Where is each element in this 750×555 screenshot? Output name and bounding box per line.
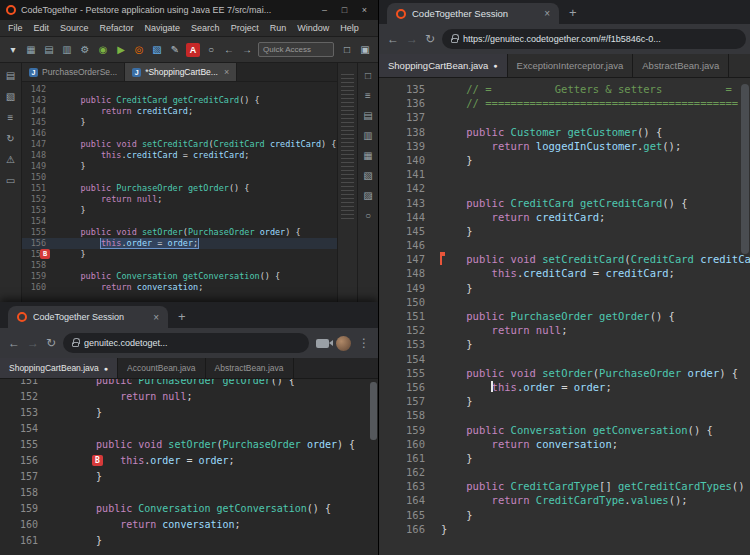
build-icon[interactable]: ⚙ [78,43,92,57]
code-line[interactable]: 147 public void setCreditCard(CreditCard… [22,139,337,150]
print-icon[interactable]: ▥ [60,43,74,57]
code-line[interactable]: 143 public CreditCard getCreditCard() { [22,95,337,106]
search-icon[interactable]: ○ [204,43,218,57]
profile-avatar[interactable] [336,336,351,351]
code-line[interactable]: 152 return null; [22,194,337,205]
editor-tab[interactable]: JPurchaseOrderSe... [22,63,125,81]
annotation-icon[interactable]: ✎ [168,43,182,57]
forward-icon[interactable]: → [27,336,39,350]
back-history-icon[interactable]: ← [222,43,236,57]
outline-icon[interactable]: ≡ [362,89,375,102]
code-line[interactable]: 159 public Conversation getConversation(… [379,423,750,437]
restore-view-icon[interactable]: □ [362,69,375,82]
code-line[interactable]: 155 public void setOrder(PurchaseOrder o… [379,366,750,380]
search-view-icon[interactable]: ○ [362,209,375,222]
run-icon[interactable]: ▶ [114,43,128,57]
scrollbar-thumb[interactable] [741,84,749,254]
code-line[interactable]: 165 } [379,508,750,522]
servers-icon[interactable]: ▦ [362,149,375,162]
navigator-icon[interactable]: ≡ [4,111,17,124]
code-line[interactable]: 157 } [0,469,378,485]
menu-help[interactable]: Help [340,23,359,33]
code-line[interactable]: 142 [22,84,337,95]
browser-tab[interactable]: CodeTogether Session × [387,3,559,24]
forward-history-icon[interactable]: → [240,43,254,57]
menu-dots-icon[interactable]: ⋮ [358,336,370,350]
save-all-icon[interactable]: ▤ [42,43,56,57]
code-editor[interactable]: 135 // = Getters & setters =136 // =====… [379,78,750,555]
new-wizard-icon[interactable]: ▾ [6,43,20,57]
minimize-button[interactable]: – [317,5,332,15]
code-line[interactable]: 164 return CreditCardType.values(); [379,493,750,507]
menu-project[interactable]: Project [231,23,259,33]
browser-tab[interactable]: CodeTogether Session × [8,306,168,328]
code-line[interactable]: 161 } [0,533,378,549]
code-line[interactable]: 163 public CreditCardType[] getCreditCar… [379,479,750,493]
code-line[interactable]: 158 [0,485,378,501]
run-external-icon[interactable]: ◎ [132,43,146,57]
code-line[interactable]: 151 public PurchaseOrder getOrder() { [22,183,337,194]
code-line[interactable]: 140 } [379,153,750,167]
code-line[interactable]: 143 public CreditCard getCreditCard() { [379,196,750,210]
code-line[interactable]: 166} [379,522,750,536]
menu-navigate[interactable]: Navigate [145,23,181,33]
overview-ruler[interactable] [337,63,357,302]
close-button[interactable]: × [357,5,372,15]
code-line[interactable]: 153 } [22,205,337,216]
close-tab-icon[interactable]: × [544,8,550,19]
snippets-icon[interactable]: ▥ [362,129,375,142]
code-line[interactable]: 162 [379,465,750,479]
code-line[interactable]: 153 } [0,405,378,421]
reload-icon[interactable]: ↻ [425,32,435,46]
code-line[interactable]: 146 [379,238,750,252]
code-line[interactable]: 154 [22,216,337,227]
menu-search[interactable]: Search [191,23,220,33]
code-line[interactable]: 154 [0,421,378,437]
code-line[interactable]: 146 [22,128,337,139]
code-line[interactable]: 148 this.creditCard = creditCard; [379,266,750,280]
forward-icon[interactable]: → [406,32,418,46]
menu-window[interactable]: Window [297,23,329,33]
perspective-java-icon[interactable]: □ [340,43,354,57]
back-icon[interactable]: ← [8,336,20,350]
code-line[interactable]: 136 // =================================… [379,96,750,110]
maximize-button[interactable]: □ [337,5,352,15]
project-explorer-icon[interactable]: ▧ [4,90,17,103]
file-tab[interactable]: ShoppingCartBean.java● [379,54,508,77]
data-source-icon[interactable]: ▧ [362,169,375,182]
code-line[interactable]: 147 public void setCreditCard(CreditCard… [379,252,750,266]
code-line[interactable]: 160 return conversation; [0,517,378,533]
file-tab[interactable]: AbstractBean.java [206,358,294,378]
problems-icon[interactable]: ⚠ [4,153,17,166]
editor-tab[interactable]: J*ShoppingCartBe...× [125,63,237,81]
code-line[interactable]: 152 return null; [0,389,378,405]
code-line[interactable]: 158 [379,408,750,422]
address-bar[interactable]: genuitec.codetoget... [63,333,309,353]
code-line[interactable]: 142 [379,181,750,195]
debug-icon[interactable]: ◉ [96,43,110,57]
code-editor[interactable]: 142143 public CreditCard getCreditCard()… [22,82,337,302]
menu-source[interactable]: Source [60,23,89,33]
new-tab-button[interactable]: + [178,309,186,324]
code-line[interactable]: 148 this.creditCard = creditCard; [22,150,337,161]
back-icon[interactable]: ← [387,32,399,46]
code-line[interactable]: 144 return creditCard; [379,210,750,224]
code-line[interactable]: 155 public void setOrder(PurchaseOrder o… [22,227,337,238]
new-tab-button[interactable]: + [569,5,577,20]
code-line[interactable]: 144 return creditCard; [22,106,337,117]
file-tab[interactable]: ExceptionInterceptor.java [508,54,634,77]
address-bar[interactable]: https://genuitec.codetogether.com/#/f1b5… [442,29,746,49]
code-line[interactable]: 149 } [379,281,750,295]
code-line[interactable]: 155 public void setOrder(PurchaseOrder o… [0,437,378,453]
menu-file[interactable]: File [8,23,23,33]
code-line[interactable]: 138 public Customer getCustomer() { [379,125,750,139]
code-line[interactable]: 156 this.order = order; [22,238,337,249]
code-line[interactable]: 150 [22,172,337,183]
file-tab[interactable]: AccountBean.java [118,358,206,378]
code-line[interactable]: 150 [379,295,750,309]
file-tab[interactable]: AbstractBean.java [633,54,729,77]
close-tab-icon[interactable]: × [153,312,159,323]
code-line[interactable]: 156 this.order = order; [379,380,750,394]
file-tab[interactable]: ShoppingCartBean.java● [0,358,118,378]
console-icon[interactable]: ▭ [4,174,17,187]
